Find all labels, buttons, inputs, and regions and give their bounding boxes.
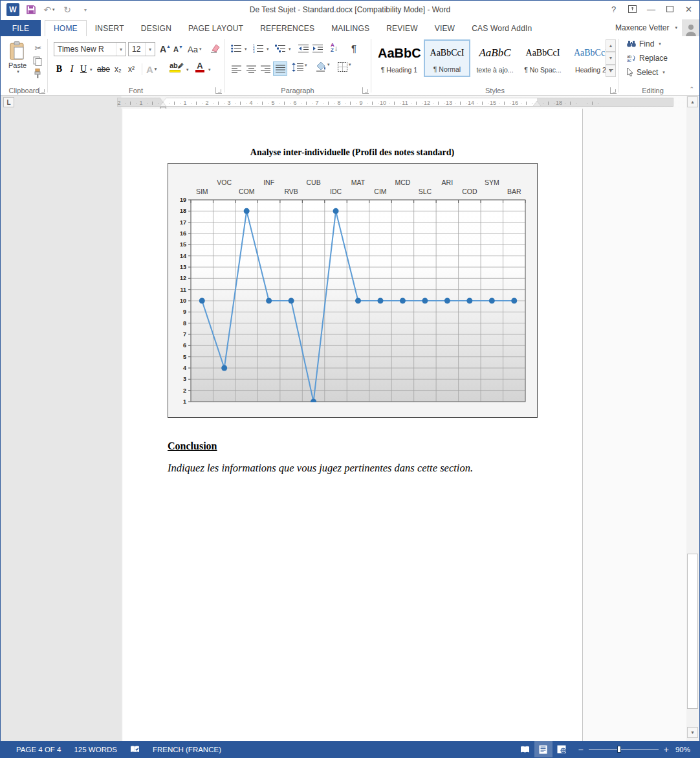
bullets-icon[interactable]: [231, 44, 242, 53]
change-case-button[interactable]: Aa▾: [188, 42, 201, 56]
font-dialog-launcher-icon[interactable]: [215, 87, 222, 94]
decrease-indent-icon[interactable]: [298, 44, 309, 53]
page-indicator[interactable]: PAGE 4 OF 4: [1, 741, 67, 757]
font-size-combo[interactable]: 12▾: [128, 42, 155, 56]
styles-more-icon[interactable]: ▼: [606, 65, 616, 77]
word-count[interactable]: 125 WORDS: [67, 741, 123, 757]
cut-icon[interactable]: ✂: [32, 42, 45, 54]
vertical-scrollbar[interactable]: ▲ ▼: [686, 96, 699, 742]
style-normal[interactable]: AaBbCcI¶ Normal: [424, 39, 470, 77]
superscript-button[interactable]: x²: [128, 62, 135, 76]
font-name-combo[interactable]: Times New R▾: [54, 42, 126, 56]
font-color-dropdown-icon[interactable]: ▾: [208, 67, 211, 72]
clipboard-dialog-launcher-icon[interactable]: [39, 87, 45, 94]
borders-icon[interactable]: ▾: [338, 62, 351, 72]
style-heading-1[interactable]: AaBbC¶ Heading 1: [376, 39, 422, 77]
scroll-down-icon[interactable]: ▼: [687, 727, 698, 738]
align-right-button[interactable]: [259, 62, 272, 76]
close-icon[interactable]: ✕: [679, 1, 698, 17]
tab-cas-word-addin[interactable]: CAS Word AddIn: [463, 20, 540, 36]
clear-formatting-icon[interactable]: [210, 43, 221, 54]
line-spacing-icon[interactable]: ▾: [292, 63, 307, 72]
styles-scroll-up-icon[interactable]: ▲: [606, 39, 616, 52]
tab-mailings[interactable]: MAILINGS: [323, 20, 378, 36]
multilevel-dropdown-icon[interactable]: ▾: [289, 47, 291, 52]
bullets-dropdown-icon[interactable]: ▾: [245, 47, 247, 52]
numbering-icon[interactable]: 123: [253, 44, 264, 53]
strikethrough-button[interactable]: abe: [97, 62, 110, 76]
find-button[interactable]: Find▾: [627, 37, 686, 50]
read-mode-icon[interactable]: [516, 741, 534, 757]
zoom-slider[interactable]: [589, 749, 659, 750]
web-layout-icon[interactable]: [552, 741, 571, 757]
chart[interactable]: 12345678910111213141516171819SIMVOCCOMIN…: [168, 163, 538, 418]
underline-dropdown-icon[interactable]: ▾: [90, 67, 93, 72]
tab-page-layout[interactable]: PAGE LAYOUT: [180, 20, 252, 36]
tab-home[interactable]: HOME: [45, 20, 87, 36]
font-color-button[interactable]: A: [195, 61, 204, 72]
save-icon[interactable]: [23, 3, 39, 17]
zoom-in-button[interactable]: +: [664, 746, 669, 753]
highlight-dropdown-icon[interactable]: ▾: [186, 67, 189, 72]
paragraph-dialog-launcher-icon[interactable]: [362, 87, 369, 94]
proofing-status-icon[interactable]: [124, 741, 146, 757]
copy-icon[interactable]: [33, 56, 42, 66]
increase-indent-icon[interactable]: [312, 44, 323, 53]
style-texte-à-ajo[interactable]: AaBbCtexte à ajo...: [472, 39, 518, 77]
hanging-indent-marker[interactable]: [160, 102, 166, 106]
avatar[interactable]: [682, 19, 699, 36]
minimize-icon[interactable]: —: [642, 1, 661, 17]
bold-button[interactable]: B: [54, 62, 64, 76]
right-indent-marker[interactable]: [533, 101, 541, 106]
grow-font-button[interactable]: A▲: [159, 42, 171, 56]
sort-icon[interactable]: AZ ↓: [331, 43, 338, 53]
justify-button[interactable]: [273, 61, 287, 76]
replace-button[interactable]: abac Replace: [627, 51, 686, 65]
align-center-button[interactable]: [245, 62, 257, 76]
tab-design[interactable]: DESIGN: [133, 20, 180, 36]
zoom-percentage[interactable]: 90%: [669, 746, 699, 753]
customize-qat-icon[interactable]: ▾: [77, 3, 94, 17]
tab-references[interactable]: REFERENCES: [252, 20, 323, 36]
paste-button[interactable]: Paste ▾: [6, 41, 29, 74]
tab-review[interactable]: REVIEW: [378, 20, 426, 36]
show-hide-pilcrow-icon[interactable]: ¶: [351, 43, 356, 54]
align-left-button[interactable]: [230, 62, 243, 76]
select-button[interactable]: Select▾: [627, 65, 686, 79]
styles-dialog-launcher-icon[interactable]: [610, 87, 617, 94]
subscript-button[interactable]: x₂: [115, 62, 122, 76]
multilevel-list-icon[interactable]: [275, 44, 286, 53]
format-painter-icon[interactable]: [33, 69, 42, 79]
redo-icon[interactable]: ↻: [59, 3, 76, 17]
document-page[interactable]: Analyse inter-individuelle (Profil des n…: [122, 109, 583, 742]
underline-button[interactable]: U: [79, 62, 88, 76]
collapse-ribbon-icon[interactable]: ⌃: [689, 86, 694, 92]
style-no-spac[interactable]: AaBbCcI¶ No Spac...: [520, 39, 566, 77]
tab-file[interactable]: FILE: [1, 20, 41, 36]
scroll-up-icon[interactable]: ▲: [687, 96, 698, 107]
shrink-font-button[interactable]: A▼: [173, 42, 184, 56]
shading-icon[interactable]: ▾: [315, 62, 330, 72]
tab-insert[interactable]: INSERT: [87, 20, 133, 36]
language-indicator[interactable]: FRENCH (FRANCE): [146, 741, 228, 757]
highlight-color-button[interactable]: ab🖉: [170, 62, 184, 72]
maximize-icon[interactable]: [661, 1, 679, 17]
font-size-dropdown-icon[interactable]: ▾: [145, 43, 155, 56]
zoom-slider-thumb[interactable]: [617, 746, 621, 753]
horizontal-ruler[interactable]: 211234567891011121314151618: [117, 98, 673, 107]
ribbon-display-options-icon[interactable]: [623, 1, 642, 17]
user-dropdown-icon[interactable]: ▾: [675, 25, 677, 30]
font-name-dropdown-icon[interactable]: ▾: [116, 43, 126, 56]
scrollbar-thumb[interactable]: [687, 554, 698, 709]
user-name[interactable]: Maxence Vetter: [615, 23, 669, 32]
undo-icon[interactable]: ↶▾: [41, 3, 58, 17]
tab-stop-selector[interactable]: L: [3, 97, 14, 107]
numbering-dropdown-icon[interactable]: ▾: [267, 47, 269, 52]
zoom-out-button[interactable]: −: [578, 746, 584, 753]
tab-view[interactable]: VIEW: [426, 20, 463, 36]
print-layout-icon[interactable]: [534, 741, 552, 757]
styles-scroll-down-icon[interactable]: ▼: [606, 52, 616, 64]
italic-button[interactable]: I: [68, 62, 76, 76]
word-logo-icon[interactable]: W: [5, 3, 21, 17]
help-icon[interactable]: ?: [604, 1, 623, 17]
